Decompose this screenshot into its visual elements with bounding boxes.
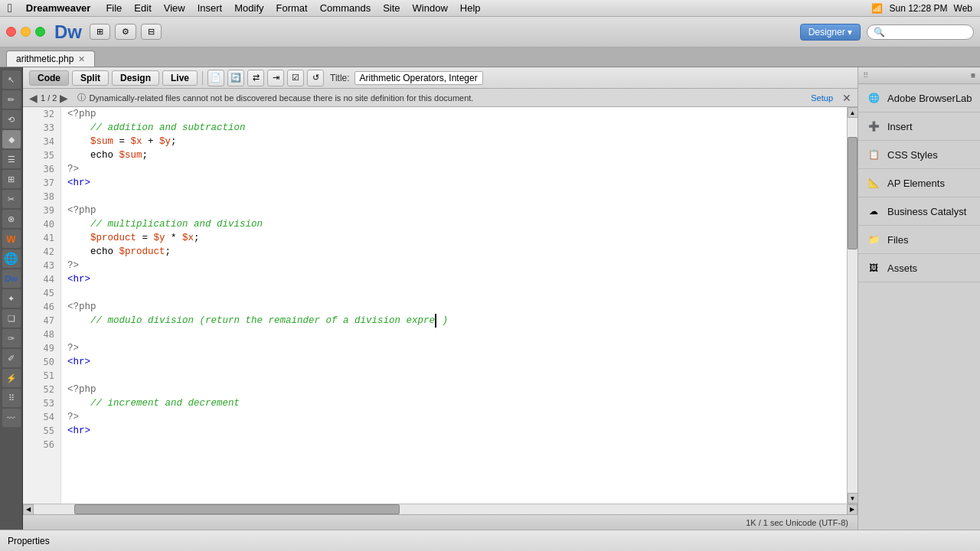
scroll-up-arrow[interactable]: ▲ [848,107,858,118]
line-number-52: 52 [23,383,60,396]
design-view-btn[interactable]: Design [112,70,159,86]
view-toggle-btn[interactable]: ⊞ [90,24,110,40]
scroll-thumb[interactable] [848,137,858,249]
right-panel: ⠿ ≡ 🌐Adobe BrowserLab➕Insert📋CSS Styles📐… [858,67,980,530]
panel-items-container: 🌐Adobe BrowserLab➕Insert📋CSS Styles📐AP E… [858,84,980,282]
code-line-32: <?php [61,107,847,121]
assets-label: Assets [887,262,917,274]
tool-scissors[interactable]: ✂ [2,190,21,208]
code-line-49: ?> [61,341,847,355]
toolbar-separator-1 [202,71,203,85]
check-icon-btn[interactable]: ☑ [287,70,304,86]
live-view-btn[interactable]: Live [162,70,198,86]
code-view-btn[interactable]: Code [29,70,69,86]
tab-filename: arithmetic.php [16,54,74,64]
main-content: ↖ ✏ ⟲ ◆ ☰ ⊞ ✂ ⊗ W 🌐 Dw ✦ ❑ ✑ ✐ ⚡ ⠿ 〰 Cod… [0,67,980,530]
scroll-down-arrow[interactable]: ▼ [848,493,858,504]
layout-btn[interactable]: ⊟ [141,24,162,40]
file-tab[interactable]: arithmetic.php ✕ [6,51,95,67]
arrows-icon-btn[interactable]: ⇄ [247,70,264,86]
tool-wave[interactable]: 〰 [2,409,21,427]
h-scroll-thumb[interactable] [74,504,400,514]
refresh-icon-btn[interactable]: 🔄 [227,70,244,86]
reload-icon-btn[interactable]: ↺ [307,70,324,86]
menu-help[interactable]: Help [454,2,487,14]
panel-item-adobe-browserlab[interactable]: 🌐Adobe BrowserLab [858,84,980,112]
search-input[interactable] [867,24,974,40]
tool-w[interactable]: W [2,230,21,248]
close-button[interactable] [6,27,16,37]
menu-view[interactable]: View [158,2,191,14]
tool-square[interactable]: ❑ [2,309,21,328]
settings-btn[interactable]: ⚙ [115,24,136,40]
file-icon-btn[interactable]: 📄 [207,70,224,86]
code-line-43: ?> [61,259,847,272]
panel-item-ap-elements[interactable]: 📐AP Elements [858,169,980,197]
panel-item-css-styles[interactable]: 📋CSS Styles [858,141,980,169]
code-line-48 [61,328,847,341]
scroll-track[interactable] [848,118,858,493]
code-editor: 3233343536373839404142434445464748495051… [23,107,858,504]
code-line-34: $sum = $x + $y; [61,135,847,148]
menu-format[interactable]: Format [270,2,314,14]
tool-dots[interactable]: ⠿ [2,389,21,407]
setup-link[interactable]: Setup [811,93,833,103]
tool-pencil[interactable]: ✏ [2,90,21,109]
menu-file[interactable]: File [100,2,128,14]
tool-select[interactable]: ↖ [2,70,21,89]
apple-menu[interactable]:  [8,2,12,15]
left-sidebar: ↖ ✏ ⟲ ◆ ☰ ⊞ ✂ ⊗ W 🌐 Dw ✦ ❑ ✑ ✐ ⚡ ⠿ 〰 [0,67,23,530]
tool-star[interactable]: ✦ [2,289,21,308]
line-number-36: 36 [23,162,60,176]
indent-icon-btn[interactable]: ⇥ [267,70,284,86]
tool-list[interactable]: ☰ [2,150,21,168]
panel-item-assets[interactable]: 🖼Assets [858,254,980,282]
designer-button[interactable]: Designer ▾ [800,24,861,41]
ap-elements-icon: 📐 [866,175,881,191]
scroll-left-arrow[interactable]: ◀ [23,504,34,515]
tool-eraser[interactable]: ✐ [2,349,21,367]
tool-pen[interactable]: ✑ [2,329,21,347]
tool-grid[interactable]: ⊞ [2,170,21,188]
line-number-38: 38 [23,190,60,204]
menu-dreamweaver[interactable]: Dreamweaver [20,2,97,14]
panel-collapse-btn[interactable]: ≡ [971,71,975,80]
code-line-53: // increment and decrement [61,396,847,410]
split-view-btn[interactable]: Split [72,70,109,86]
info-close-btn[interactable]: ✕ [842,92,851,104]
code-line-44: <hr> [61,272,847,286]
nav-back-arrow[interactable]: ◀ [29,92,38,104]
maximize-button[interactable] [35,27,45,37]
menu-insert[interactable]: Insert [191,2,229,14]
tool-dw[interactable]: Dw [2,269,21,288]
tool-diamond[interactable]: ◆ [2,130,21,148]
scroll-right-arrow[interactable]: ▶ [847,504,858,515]
line-number-39: 39 [23,204,60,217]
title-label: Title: [330,73,350,83]
tool-chrome[interactable]: 🌐 [2,249,21,268]
menu-commands[interactable]: Commands [314,2,377,14]
tab-close-btn[interactable]: ✕ [78,54,85,64]
menu-modify[interactable]: Modify [228,2,270,14]
panel-item-files[interactable]: 📁Files [858,226,980,254]
menu-edit[interactable]: Edit [128,2,157,14]
minimize-button[interactable] [21,27,31,37]
code-line-54: ?> [61,410,847,424]
h-scroll-track[interactable] [34,504,847,514]
tool-wand[interactable]: ⚡ [2,369,21,387]
menu-site[interactable]: Site [377,2,406,14]
nav-forward-arrow[interactable]: ▶ [60,92,68,104]
dw-logo: Dw [54,21,82,43]
tool-rotate[interactable]: ⟲ [2,110,21,129]
tool-circle-x[interactable]: ⊗ [2,210,21,228]
horizontal-scrollbar[interactable]: ◀ ▶ [23,504,858,514]
menu-window[interactable]: Window [407,2,454,14]
code-line-40: // multiplication and division [61,217,847,231]
panel-item-business-catalyst[interactable]: ☁Business Catalyst [858,197,980,226]
info-circle-icon: ⓘ [77,92,86,103]
vertical-scrollbar[interactable]: ▲ ▼ [847,107,858,504]
line-number-42: 42 [23,245,60,259]
panel-item-insert[interactable]: ➕Insert [858,112,980,141]
ap-elements-label: AP Elements [887,178,945,189]
code-content[interactable]: <?php // addition and subtraction $sum =… [61,107,847,504]
